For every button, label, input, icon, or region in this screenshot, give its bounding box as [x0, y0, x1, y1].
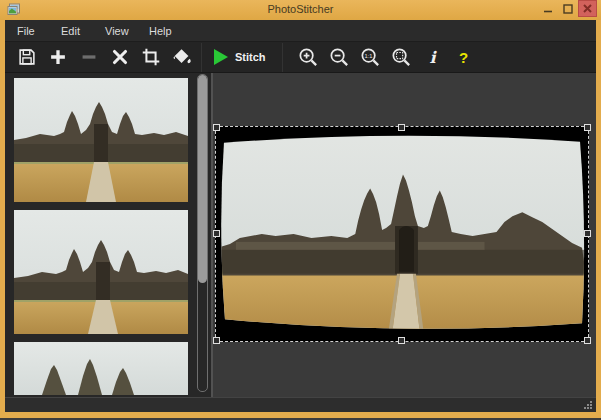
remove-image-button[interactable] — [77, 45, 101, 69]
maximize-button[interactable] — [560, 0, 576, 18]
selection-handle-top-left[interactable] — [213, 124, 220, 131]
stitch-button[interactable]: Stitch — [208, 43, 276, 72]
delete-button[interactable] — [108, 45, 132, 69]
selection-handle-middle-left[interactable] — [213, 230, 220, 237]
close-button[interactable] — [578, 0, 597, 17]
minimize-button[interactable] — [540, 0, 556, 18]
source-photo-thumbnail-2[interactable] — [14, 210, 188, 334]
sidebar-scrollbar-track[interactable] — [197, 74, 208, 392]
source-photo-thumbnail-1[interactable] — [14, 78, 188, 202]
menu-edit[interactable]: Edit — [61, 25, 105, 37]
menu-view[interactable]: View — [105, 25, 149, 37]
menu-file[interactable]: File — [17, 25, 61, 37]
help-button[interactable]: ? — [452, 45, 476, 69]
info-button[interactable]: i — [421, 45, 445, 69]
status-bar — [5, 397, 596, 412]
sidebar-scrollbar-thumb[interactable] — [198, 75, 207, 283]
thumbnail-sidebar — [5, 73, 211, 397]
question-mark-icon: ? — [459, 49, 468, 66]
fill-button[interactable] — [170, 45, 194, 69]
minus-icon — [543, 4, 553, 14]
content-area — [5, 73, 596, 397]
angkor-wat-photo-1 — [14, 78, 188, 202]
toolbar-separator — [201, 43, 202, 72]
menu-help[interactable]: Help — [149, 25, 193, 37]
source-photo-thumbnail-3[interactable] — [14, 342, 188, 395]
square-icon — [563, 4, 573, 14]
selection-handle-bottom-right[interactable] — [584, 337, 591, 344]
magnifier-fit-icon — [390, 46, 413, 69]
play-triangle-icon — [214, 49, 228, 65]
svg-text:1:1: 1:1 — [365, 52, 373, 58]
save-button[interactable] — [15, 45, 39, 69]
preview-canvas[interactable] — [211, 73, 596, 397]
angkor-wat-photo-2 — [14, 210, 188, 334]
toolbar-separator — [282, 43, 283, 72]
paint-bucket-icon — [171, 46, 193, 68]
stitched-panorama-image — [216, 127, 588, 341]
panorama-selection[interactable] — [215, 126, 589, 342]
title-bar[interactable]: PhotoStitcher — [0, 0, 601, 20]
selection-handle-middle-right[interactable] — [584, 230, 591, 237]
info-icon: i — [430, 48, 436, 67]
crop-icon — [140, 46, 162, 68]
zoom-actual-size-button[interactable]: 1:1 — [359, 45, 383, 69]
magnifier-plus-icon — [297, 46, 320, 69]
selection-handle-top-middle[interactable] — [398, 124, 405, 131]
floppy-disk-icon — [16, 46, 38, 68]
window-title: PhotoStitcher — [0, 3, 601, 15]
toolbar: Stitch 1:1 — [5, 42, 596, 73]
selection-handle-bottom-left[interactable] — [213, 337, 220, 344]
selection-handle-top-right[interactable] — [584, 124, 591, 131]
x-icon — [109, 46, 131, 68]
resize-grip-icon[interactable] — [583, 400, 593, 410]
crop-button[interactable] — [139, 45, 163, 69]
photostitcher-window: PhotoStitcher File Edit View Help — [0, 0, 601, 420]
magnifier-minus-icon — [328, 46, 351, 69]
add-images-button[interactable] — [46, 45, 70, 69]
zoom-in-button[interactable] — [297, 45, 321, 69]
x-icon — [583, 4, 592, 13]
zoom-out-button[interactable] — [328, 45, 352, 69]
zoom-fit-button[interactable] — [390, 45, 414, 69]
selection-handle-bottom-middle[interactable] — [398, 337, 405, 344]
menu-bar: File Edit View Help — [5, 20, 596, 42]
magnifier-1to1-icon: 1:1 — [359, 46, 382, 69]
minus-icon — [78, 46, 100, 68]
stitch-button-label: Stitch — [235, 51, 266, 63]
plus-icon — [47, 46, 69, 68]
angkor-wat-photo-3 — [14, 342, 188, 395]
